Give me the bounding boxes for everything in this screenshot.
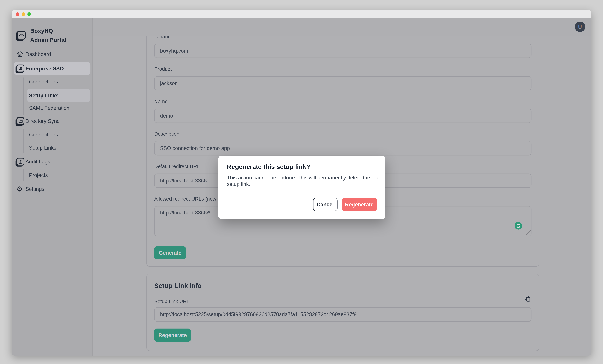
dialog-message: This action cannot be undone. This will … bbox=[227, 175, 378, 188]
setup-link-info-heading: Setup Link Info bbox=[154, 282, 202, 290]
sidebar-item-saml-federation[interactable]: SAML Federation bbox=[12, 101, 93, 114]
regenerate-confirm-dialog: Regenerate this setup link? This action … bbox=[218, 156, 385, 219]
minimize-window-button[interactable] bbox=[22, 12, 25, 16]
sidebar-item-dsync-connections[interactable]: Connections bbox=[12, 128, 93, 141]
sidebar-item-sso-connections[interactable]: Connections bbox=[12, 75, 93, 88]
user-avatar[interactable]: U bbox=[575, 22, 585, 32]
directory-keycap-icon bbox=[17, 117, 24, 125]
product-input[interactable] bbox=[154, 76, 532, 91]
setup-link-url-input[interactable] bbox=[154, 307, 532, 322]
sidebar-item-projects[interactable]: Projects bbox=[12, 169, 93, 182]
tenant-input[interactable] bbox=[154, 44, 532, 58]
desktop: </> BoxyHQ Admin Portal Dashboard bbox=[0, 0, 603, 364]
sidebar-item-audit-logs[interactable]: Audit Logs bbox=[12, 155, 93, 168]
home-icon bbox=[17, 51, 23, 58]
top-header: U bbox=[93, 18, 591, 36]
sidebar-item-dashboard[interactable]: Dashboard bbox=[12, 47, 93, 60]
dialog-message-line1: This action cannot be undone. This will … bbox=[227, 175, 378, 181]
window-titlebar[interactable] bbox=[12, 10, 591, 18]
dialog-title: Regenerate this setup link? bbox=[227, 163, 310, 170]
sidebar-item-dsync-setup-links[interactable]: Setup Links bbox=[12, 141, 93, 154]
tenant-label: Tenant bbox=[154, 36, 169, 40]
sidebar-item-directory-sync[interactable]: Directory Sync bbox=[12, 115, 93, 128]
default-redirect-url-label: Default redirect URL bbox=[154, 164, 200, 170]
app-title: BoxyHQ Admin Portal bbox=[30, 26, 70, 44]
setup-link-url-label: Setup Link URL bbox=[154, 298, 189, 305]
regenerate-button[interactable]: Regenerate bbox=[154, 329, 191, 342]
description-input[interactable] bbox=[154, 141, 532, 155]
cancel-button[interactable]: Cancel bbox=[313, 198, 337, 211]
confirm-regenerate-button[interactable]: Regenerate bbox=[342, 198, 377, 211]
sidebar-item-enterprise-sso[interactable]: Enterprise SSO bbox=[12, 62, 93, 75]
sidebar-item-sso-setup-links[interactable]: Setup Links bbox=[12, 89, 93, 102]
textarea-resize-handle[interactable] bbox=[526, 230, 531, 235]
sso-keycap-icon bbox=[17, 65, 24, 72]
description-label: Description bbox=[154, 131, 179, 137]
sidebar: </> BoxyHQ Admin Portal Dashboard bbox=[12, 18, 93, 356]
gear-icon: ⚙ bbox=[17, 186, 23, 192]
copy-icon[interactable] bbox=[524, 295, 531, 302]
zoom-window-button[interactable] bbox=[27, 12, 31, 16]
dialog-message-line2: setup link. bbox=[227, 181, 250, 187]
app-logo[interactable]: </> BoxyHQ Admin Portal bbox=[17, 26, 70, 44]
close-window-button[interactable] bbox=[16, 12, 19, 16]
name-input[interactable] bbox=[154, 109, 532, 123]
name-label: Name bbox=[154, 98, 168, 105]
app-window: </> BoxyHQ Admin Portal Dashboard bbox=[12, 10, 591, 356]
grammarly-icon[interactable]: G bbox=[514, 222, 522, 230]
audit-keycap-icon bbox=[17, 158, 24, 165]
product-label: Product bbox=[154, 66, 172, 72]
generate-button[interactable]: Generate bbox=[154, 246, 186, 259]
boxyhq-logo-icon: </> bbox=[17, 31, 25, 39]
sidebar-item-settings[interactable]: ⚙ Settings bbox=[12, 182, 93, 196]
